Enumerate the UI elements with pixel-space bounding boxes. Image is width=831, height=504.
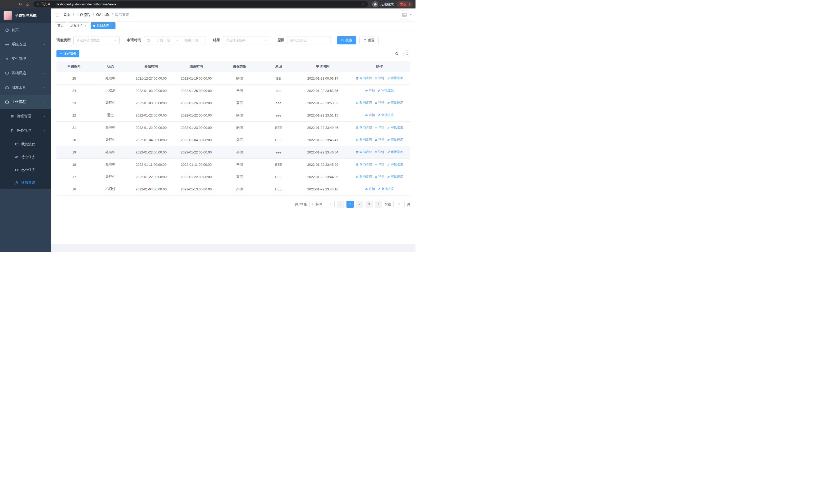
detail-action-link[interactable]: 详情 bbox=[374, 150, 384, 154]
cancel-action-link[interactable]: 取消请假 bbox=[356, 150, 372, 154]
cancel-action-link[interactable]: 取消请假 bbox=[356, 162, 372, 167]
detail-action-link[interactable]: 详情 bbox=[374, 138, 384, 142]
progress-action-link[interactable]: 审批进度 bbox=[377, 88, 394, 93]
progress-action-link[interactable]: 审批进度 bbox=[387, 150, 403, 154]
sidebar-item-task-mgmt[interactable]: 任务管理 bbox=[0, 123, 51, 138]
start-time-cell: 2021-12-27 00:00:00 bbox=[129, 72, 173, 84]
goto-page-input[interactable] bbox=[394, 201, 405, 208]
apply-time-range-picker[interactable]: 开始日期 - 结束日期 bbox=[144, 36, 206, 45]
caret-down-icon: ▾ bbox=[410, 13, 411, 16]
app-logo[interactable]: 芋道管理系统 bbox=[0, 8, 51, 23]
sidebar-item-label: 待办任务 bbox=[21, 155, 35, 159]
sidebar-item-label: 任务管理 bbox=[17, 128, 31, 133]
sidebar-item-my-process[interactable]: 我的流程 bbox=[0, 138, 51, 151]
refresh-table-button[interactable] bbox=[403, 50, 410, 57]
result-label: 结果 bbox=[213, 38, 220, 42]
detail-action-link[interactable]: 详情 bbox=[374, 76, 384, 80]
breadcrumb-item-2[interactable]: 工作流程 bbox=[76, 12, 91, 17]
next-page-button[interactable] bbox=[375, 201, 382, 208]
page-button-3[interactable]: 3 bbox=[366, 201, 373, 208]
cancel-action-link[interactable]: 取消请假 bbox=[356, 100, 372, 105]
table-row: 17处理中2022-01-22 00:00:002022-01-22 00:00… bbox=[56, 171, 410, 183]
progress-action-link[interactable]: 审批进度 bbox=[387, 138, 403, 142]
sidebar-item-infra[interactable]: 基础设施 bbox=[0, 66, 51, 80]
tab-leave-query[interactable]: 请假查询 bbox=[91, 22, 115, 29]
breadcrumb-item-1[interactable]: 首页 bbox=[63, 12, 70, 17]
update-button[interactable]: 更新 ⋮ bbox=[397, 1, 413, 7]
cancel-action-link[interactable]: 取消请假 bbox=[356, 138, 372, 142]
sidebar-item-process-mgmt[interactable]: 流程管理 bbox=[0, 109, 51, 123]
detail-action-link[interactable]: 详情 bbox=[374, 100, 384, 105]
progress-action-link[interactable]: 审批进度 bbox=[377, 187, 394, 191]
sidebar-item-done-tasks[interactable]: 已办任务 bbox=[0, 164, 51, 176]
eye-icon bbox=[374, 126, 377, 129]
address-bar[interactable]: ⚠ 不安全 dashboard.yudao.iocoder.cn/bpm/oa/… bbox=[33, 1, 368, 7]
sidebar-item-home[interactable]: 首页 bbox=[0, 23, 51, 37]
chevron-down-icon bbox=[329, 203, 332, 206]
page-button-2[interactable]: 2 bbox=[356, 201, 363, 208]
sidebar-toggle-icon[interactable] bbox=[55, 13, 60, 17]
leave-type-select[interactable]: 请选择请假类型 bbox=[74, 36, 120, 45]
detail-action-link[interactable]: 详情 bbox=[374, 125, 384, 129]
leave-type-cell: 事假 bbox=[219, 146, 260, 158]
close-icon[interactable] bbox=[84, 24, 86, 27]
reason-input[interactable] bbox=[287, 36, 331, 45]
cancel-action-link[interactable]: 取消请假 bbox=[356, 125, 372, 129]
bookmark-star-icon[interactable]: ☆ bbox=[362, 2, 365, 6]
detail-action-link[interactable]: 详情 bbox=[365, 88, 375, 93]
progress-action-link[interactable]: 审批进度 bbox=[387, 100, 403, 105]
table-header-row: 申请编号状态开始时间结束时间请假类型原因申请时间操作 bbox=[56, 61, 410, 72]
toggle-search-button[interactable] bbox=[394, 50, 400, 57]
forward-button[interactable]: → bbox=[10, 1, 17, 8]
result-select[interactable]: 请选择流结果 bbox=[223, 36, 270, 45]
column-header: 原因 bbox=[260, 61, 297, 72]
apply-time-cell: 2022-01-22 23:51:15 bbox=[297, 109, 348, 121]
cancel-action-link[interactable]: 取消请假 bbox=[356, 175, 372, 179]
sidebar-item-system[interactable]: 系统管理 bbox=[0, 37, 51, 52]
page-size-select[interactable]: 10条/页 bbox=[310, 201, 335, 208]
app-title: 芋道管理系统 bbox=[15, 13, 36, 18]
create-leave-button[interactable]: 发起请假 bbox=[56, 50, 79, 57]
back-button[interactable]: ← bbox=[3, 1, 9, 8]
action-label: 审批进度 bbox=[391, 138, 403, 142]
actions-cell: 取消请假详情审批进度 bbox=[348, 171, 410, 183]
status-cell: 处理中 bbox=[92, 121, 129, 134]
end-time-cell: 2022-01-22 00:00:00 bbox=[173, 171, 219, 183]
close-icon[interactable] bbox=[111, 24, 113, 27]
chevron-up-icon bbox=[43, 100, 46, 103]
sidebar-item-todo-tasks[interactable]: 待办任务 bbox=[0, 151, 51, 164]
user-avatar[interactable]: ▾ bbox=[400, 10, 411, 20]
action-label: 审批进度 bbox=[391, 150, 403, 154]
cancel-action-link[interactable]: 取消请假 bbox=[356, 76, 372, 80]
edit-icon bbox=[377, 114, 381, 117]
detail-action-link[interactable]: 详情 bbox=[365, 187, 375, 191]
sidebar-item-leave-query[interactable]: 请假查询 bbox=[0, 176, 51, 189]
breadcrumb-separator: / bbox=[73, 13, 74, 17]
breadcrumb-item-3[interactable]: OA 示例 bbox=[96, 12, 109, 17]
home-button[interactable]: ⌂ bbox=[24, 1, 31, 8]
sidebar-item-devtools[interactable]: 研发工具 bbox=[0, 80, 51, 95]
detail-action-link[interactable]: 详情 bbox=[374, 162, 384, 167]
tab-process-detail[interactable]: 流程详情 bbox=[68, 22, 89, 29]
end-time-cell: 2022-01-13 00:00:00 bbox=[173, 183, 219, 195]
progress-action-link[interactable]: 审批进度 bbox=[387, 76, 403, 80]
page-button-1[interactable]: 1 bbox=[346, 201, 354, 208]
detail-action-link[interactable]: 详情 bbox=[374, 175, 384, 179]
menu-dots-icon[interactable]: ⋮ bbox=[407, 2, 411, 6]
sidebar-item-label: 流程管理 bbox=[17, 114, 31, 119]
reload-button[interactable]: ↻ bbox=[17, 1, 24, 8]
reason-cell: EE bbox=[260, 72, 297, 84]
reset-button[interactable]: 重置 bbox=[359, 36, 378, 45]
progress-action-link[interactable]: 审批进度 bbox=[387, 175, 403, 179]
progress-action-link[interactable]: 审批进度 bbox=[387, 125, 403, 129]
progress-action-link[interactable]: 审批进度 bbox=[387, 162, 403, 167]
tab-home[interactable]: 首页 bbox=[55, 22, 66, 29]
prev-page-button[interactable] bbox=[337, 201, 344, 208]
security-label: 不安全 bbox=[41, 2, 51, 6]
person-icon bbox=[15, 181, 19, 185]
sidebar-item-payment[interactable]: ¥支付管理 bbox=[0, 52, 51, 66]
sidebar-item-workflow[interactable]: 工作流程 bbox=[0, 95, 51, 109]
search-button[interactable]: 搜索 bbox=[337, 36, 356, 45]
detail-action-link[interactable]: 详情 bbox=[365, 113, 375, 117]
progress-action-link[interactable]: 审批进度 bbox=[377, 113, 394, 117]
